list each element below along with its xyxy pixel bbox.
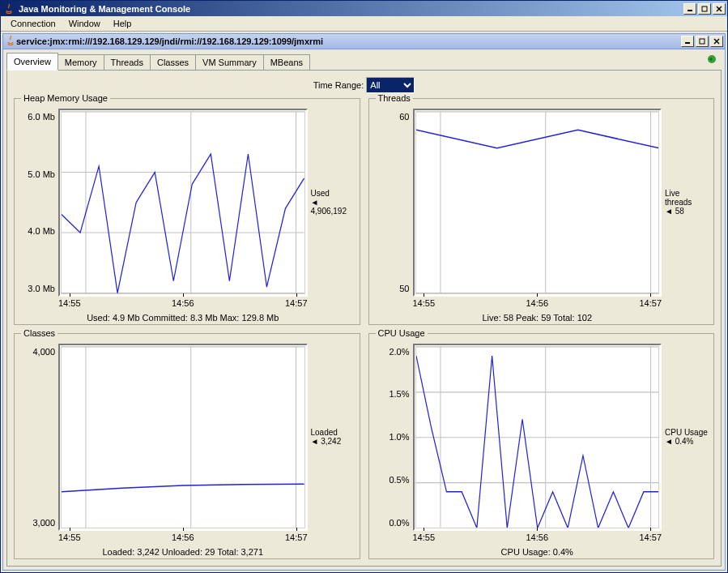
connection-title: service:jmx:rmi:///192.168.129.129/jndi/… <box>16 36 681 46</box>
classes-xaxis: 14:55 14:56 14:57 <box>58 531 308 542</box>
connect-status-icon[interactable] <box>705 53 718 66</box>
time-range-select[interactable]: All <box>366 77 415 93</box>
connection-window: service:jmx:rmi:///192.168.129.129/jndi/… <box>2 33 726 571</box>
threads-current-label: Live threads ◄ 58 <box>662 109 709 297</box>
cpu-yaxis: 2.0% 1.5% 1.0% 0.5% 0.0% <box>374 344 413 532</box>
cpu-current-label: CPU Usage ◄ 0.4% <box>662 344 709 532</box>
time-range-row: Time Range: All <box>14 77 714 93</box>
cpu-plot <box>413 344 662 532</box>
tab-mbeans[interactable]: MBeans <box>263 54 310 70</box>
classes-stats: Loaded: 3,242 Unloaded: 29 Total: 3,271 <box>58 542 308 557</box>
classes-current-label: Loaded ◄ 3,242 <box>308 344 355 532</box>
app-titlebar: Java Monitoring & Management Console <box>1 1 727 16</box>
mdi-area: service:jmx:rmi:///192.168.129.129/jndi/… <box>1 32 727 572</box>
panel-threads: Threads 60 50 Live threads ◄ 58 <box>368 98 715 325</box>
threads-yaxis: 60 50 <box>374 109 413 297</box>
java-icon <box>5 35 16 48</box>
svg-rect-5 <box>700 39 705 44</box>
tab-threads[interactable]: Threads <box>104 54 151 70</box>
app-title: Java Monitoring & Management Console <box>19 4 683 14</box>
panel-classes-title: Classes <box>21 328 57 338</box>
heap-stats: Used: 4.9 Mb Committed: 8.3 Mb Max: 129.… <box>58 308 308 323</box>
cpu-stats: CPU Usage: 0.4% <box>413 542 662 557</box>
inner-maximize-button[interactable] <box>696 36 709 47</box>
menubar: Connection Window Help <box>1 16 727 32</box>
close-button[interactable] <box>713 3 726 15</box>
cpu-xaxis: 14:55 14:56 14:57 <box>413 531 662 542</box>
panel-heap-title: Heap Memory Usage <box>21 93 110 103</box>
maximize-button[interactable] <box>698 3 711 15</box>
heap-yaxis: 6.0 Mb 5.0 Mb 4.0 Mb 3.0 Mb <box>19 109 58 297</box>
threads-xaxis: 14:55 14:56 14:57 <box>413 297 662 308</box>
java-icon <box>2 2 15 15</box>
connection-titlebar[interactable]: service:jmx:rmi:///192.168.129.129/jndi/… <box>3 34 725 49</box>
panel-cpu-title: CPU Usage <box>376 328 428 338</box>
tab-memory[interactable]: Memory <box>57 54 104 70</box>
menu-connection[interactable]: Connection <box>4 17 62 30</box>
time-range-label: Time Range: <box>313 80 364 90</box>
panel-heap: Heap Memory Usage 6.0 Mb 5.0 Mb 4.0 Mb 3… <box>14 98 360 325</box>
menu-window[interactable]: Window <box>62 17 107 30</box>
heap-plot <box>58 109 308 297</box>
tabstrip: Overview Memory Threads Classes VM Summa… <box>3 49 725 70</box>
tab-content-overview: Time Range: All Heap Memory Usage 6.0 Mb… <box>6 70 722 567</box>
menu-help[interactable]: Help <box>107 17 138 30</box>
panel-classes: Classes 4,000 3,000 Loaded ◄ 3,242 <box>14 333 360 560</box>
svg-rect-1 <box>702 6 707 11</box>
tab-classes[interactable]: Classes <box>150 54 196 70</box>
classes-plot <box>58 344 308 532</box>
inner-minimize-button[interactable] <box>681 36 694 47</box>
heap-current-label: Used ◄ 4,906,192 <box>308 109 355 297</box>
minimize-button[interactable] <box>683 3 696 15</box>
panel-threads-title: Threads <box>376 93 413 103</box>
threads-stats: Live: 58 Peak: 59 Total: 102 <box>413 308 662 323</box>
heap-xaxis: 14:55 14:56 14:57 <box>58 297 308 308</box>
panel-cpu: CPU Usage 2.0% 1.5% 1.0% 0.5% 0.0% <box>368 333 715 560</box>
tab-vm-summary[interactable]: VM Summary <box>195 54 264 70</box>
tab-overview[interactable]: Overview <box>6 53 58 71</box>
classes-yaxis: 4,000 3,000 <box>19 344 58 532</box>
threads-plot <box>413 109 662 297</box>
inner-close-button[interactable] <box>710 36 723 47</box>
